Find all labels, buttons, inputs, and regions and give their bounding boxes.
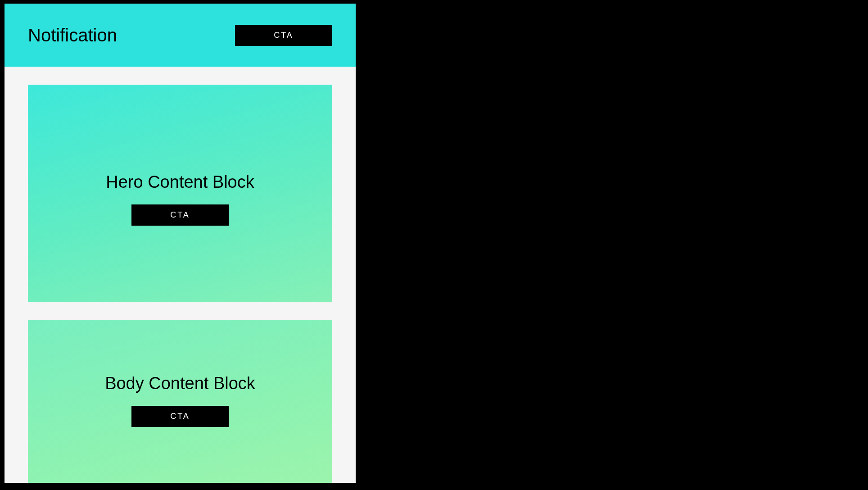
notification-bar: Notification CTA	[5, 4, 356, 67]
content-area: Hero Content Block CTA Body Content Bloc…	[5, 67, 356, 483]
hero-content-block: Hero Content Block CTA	[28, 85, 332, 302]
hero-cta-button[interactable]: CTA	[131, 204, 229, 226]
body-cta-button[interactable]: CTA	[131, 406, 229, 427]
notification-title: Notification	[28, 25, 117, 45]
notification-cta-button[interactable]: CTA	[235, 25, 332, 46]
body-content-block: Body Content Block CTA	[28, 320, 332, 483]
body-title: Body Content Block	[105, 374, 255, 393]
wireframe-panel: Notification CTA Hero Content Block CTA …	[5, 4, 356, 483]
hero-title: Hero Content Block	[106, 172, 254, 192]
